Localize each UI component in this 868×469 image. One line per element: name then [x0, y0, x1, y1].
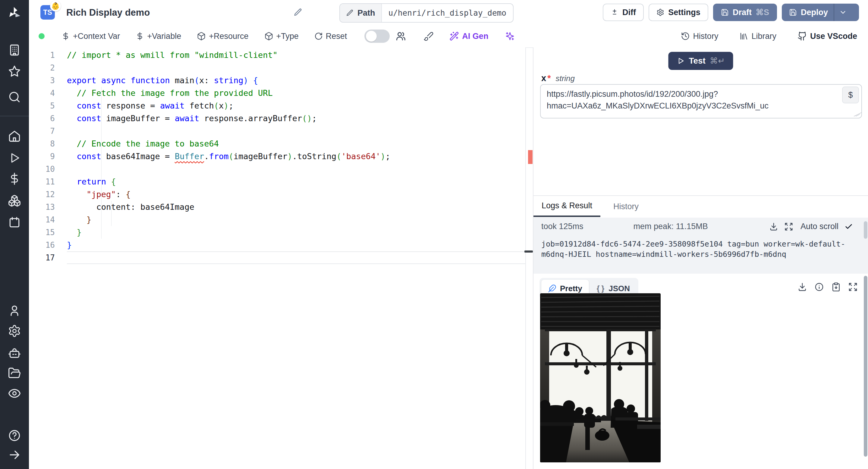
- sidebar-item-audit[interactable]: [0, 386, 29, 401]
- ai-gen-button[interactable]: AI Gen: [450, 31, 488, 41]
- result-image[interactable]: [540, 293, 661, 462]
- code-line[interactable]: 5 const response = await fetch(x);: [29, 99, 525, 112]
- code-line[interactable]: 7: [29, 125, 525, 137]
- line-number: 3: [29, 76, 67, 85]
- expand-icon[interactable]: [784, 222, 793, 231]
- copy-clipboard-icon[interactable]: [831, 282, 841, 292]
- reset-button[interactable]: Reset: [314, 32, 347, 41]
- history-label: History: [693, 32, 718, 41]
- code-text: }: [67, 226, 525, 239]
- sidebar-item-help[interactable]: [0, 428, 29, 443]
- code-line[interactable]: 4 // Fetch the image from the provided U…: [29, 87, 525, 99]
- result-scrollbar[interactable]: [864, 276, 867, 457]
- rotate-icon: [314, 32, 323, 40]
- edit-title-button[interactable]: [293, 8, 303, 17]
- sidebar-item-workspace[interactable]: [0, 43, 29, 57]
- code-line[interactable]: 9 const base64Image = Buffer.from(imageB…: [29, 150, 525, 163]
- code-line[interactable]: 16}: [29, 239, 525, 251]
- code-line[interactable]: 6 const imageBuffer = await response.arr…: [29, 112, 525, 125]
- search-icon: [8, 90, 21, 104]
- info-icon[interactable]: [814, 282, 824, 292]
- code-line[interactable]: 10: [29, 163, 525, 176]
- view-json-label: JSON: [609, 284, 630, 293]
- draft-button[interactable]: Draft ⌘S: [713, 4, 777, 21]
- code-line[interactable]: 1// import * as wmill from "windmill-cli…: [29, 49, 525, 61]
- autoscroll-label[interactable]: Auto scroll: [801, 222, 838, 231]
- download-icon[interactable]: [769, 222, 778, 231]
- line-number: 12: [29, 190, 67, 199]
- sidebar-item-schedules[interactable]: [0, 215, 29, 230]
- reset-label: Reset: [326, 32, 347, 41]
- code-line[interactable]: 12 "jpeg": {: [29, 188, 525, 201]
- sidebar-item-users[interactable]: [0, 303, 29, 318]
- line-number: 13: [29, 202, 67, 212]
- sidebar-item-workers[interactable]: [0, 346, 29, 360]
- argument-name: x: [541, 73, 546, 83]
- code-line[interactable]: 8 // Encode the image to base64: [29, 137, 525, 150]
- maximize-icon[interactable]: [848, 282, 858, 292]
- sidebar-item-folders[interactable]: [0, 366, 29, 380]
- tab-history[interactable]: History: [600, 196, 652, 217]
- diff-button[interactable]: Diff: [603, 4, 644, 21]
- path-label-section[interactable]: Path: [340, 4, 382, 22]
- gear-icon: [656, 8, 664, 16]
- add-context-var-label: +Context Var: [73, 32, 120, 41]
- code-line[interactable]: 14 }: [29, 213, 525, 226]
- editor-scrollbar-handle[interactable]: [524, 250, 533, 253]
- multiplayer-toggle[interactable]: [364, 30, 390, 43]
- robot-icon: [8, 346, 21, 359]
- library-button[interactable]: Library: [739, 32, 776, 41]
- add-variable-button[interactable]: +Variable: [135, 32, 181, 41]
- add-type-button[interactable]: +Type: [264, 32, 299, 41]
- format-button[interactable]: [424, 31, 434, 41]
- log-panel: took 125ms mem peak: 11.15MB Auto scroll…: [533, 218, 868, 274]
- code-line[interactable]: 17: [29, 251, 525, 264]
- diff-label: Diff: [622, 8, 636, 17]
- code-line[interactable]: 15 }: [29, 226, 525, 239]
- pencil-icon: [346, 9, 354, 17]
- use-vscode-button[interactable]: Use VScode: [798, 31, 857, 41]
- add-resource-button[interactable]: +Resource: [197, 32, 248, 41]
- dollar-icon: [8, 173, 21, 185]
- toggle-knob: [366, 31, 377, 41]
- sidebar-item-collapse[interactable]: [0, 447, 29, 462]
- path-widget[interactable]: Path u/henri/rich_display_demo: [339, 3, 514, 23]
- deploy-button[interactable]: Deploy: [782, 4, 859, 21]
- history-button[interactable]: History: [681, 32, 718, 41]
- add-context-var-button[interactable]: +Context Var: [61, 32, 120, 41]
- sidebar-item-favorites[interactable]: [0, 64, 29, 79]
- log-scrollbar[interactable]: [864, 221, 867, 239]
- windmill-logo[interactable]: [0, 4, 29, 23]
- ai-assistant-button[interactable]: [505, 31, 515, 41]
- test-button[interactable]: Test ⌘↵: [668, 52, 733, 70]
- deploy-dropdown-button[interactable]: [834, 4, 852, 21]
- sidebar-item-search[interactable]: [0, 90, 29, 104]
- settings-button[interactable]: Settings: [649, 4, 708, 21]
- pencil-icon: [293, 8, 303, 17]
- arg-input[interactable]: https://fastly.picsum.photos/id/192/200/…: [540, 84, 862, 119]
- code-text: [67, 61, 525, 74]
- play-icon: [677, 57, 684, 65]
- code-line[interactable]: 2: [29, 61, 525, 74]
- editor-toolbar: +Context Var +Variable +Resource +Type R…: [29, 25, 868, 48]
- sidebar-item-runs[interactable]: [0, 151, 29, 165]
- sidebar-item-home[interactable]: [0, 129, 29, 144]
- code-editor[interactable]: 1// import * as wmill from "windmill-cli…: [29, 47, 526, 469]
- code-text: // import * as wmill from "windmill-clie…: [67, 49, 525, 61]
- code-line[interactable]: 3export async function main(x: string) {: [29, 74, 525, 87]
- code-line[interactable]: 13 content: base64Image: [29, 201, 525, 213]
- code-line[interactable]: 11 return {: [29, 176, 525, 188]
- sidebar-item-variables[interactable]: [0, 171, 29, 186]
- sidebar-item-resources[interactable]: [0, 193, 29, 208]
- download-icon[interactable]: [798, 282, 807, 292]
- result-tabs: Logs & Result History: [533, 196, 652, 217]
- cafe-scene: [540, 293, 661, 462]
- insert-variable-button[interactable]: $: [842, 87, 859, 103]
- tab-logs-result[interactable]: Logs & Result: [533, 196, 600, 217]
- code-text: // Encode the image to base64: [67, 137, 525, 150]
- save-icon: [721, 8, 729, 16]
- diff-icon: [611, 8, 618, 16]
- help-circle-icon: [8, 429, 21, 442]
- home-icon: [8, 130, 21, 143]
- sidebar-item-settings[interactable]: [0, 324, 29, 338]
